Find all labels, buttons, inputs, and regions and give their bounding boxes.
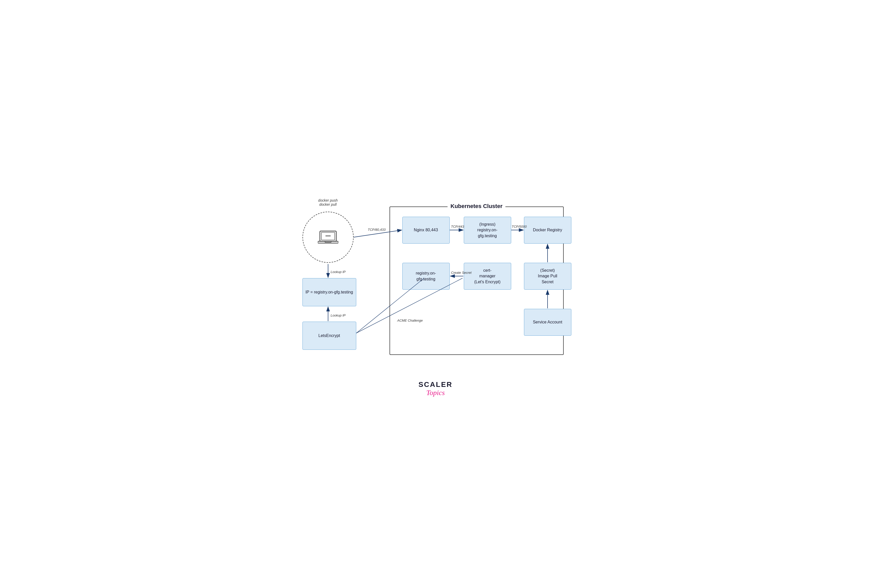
registry-dns-box: registry.on-gfg.testing — [403, 263, 450, 290]
docker-label-line1: docker push — [318, 198, 338, 202]
laptop-icon — [318, 230, 338, 245]
laptop-wrap: docker push docker pull — [302, 212, 354, 263]
ip-box-label: IP = registry.on-gfg.testing — [305, 290, 353, 295]
k8s-cluster-title: Kubernetes Cluster — [447, 203, 506, 210]
image-pull-secret-box: (Secret)Image PullSecret — [524, 263, 572, 290]
docker-registry-box: Docker Registry — [524, 217, 572, 243]
docker-label-line2: docker pull — [319, 202, 337, 206]
service-account-label: Service Account — [533, 319, 563, 325]
laptop-circle — [302, 212, 354, 263]
diagram-area: Kubernetes Cluster docker push docker pu… — [295, 191, 576, 370]
nginx-label: Nginx 80,443 — [414, 227, 438, 233]
svg-rect-4 — [325, 241, 331, 242]
service-account-box: Service Account — [524, 309, 572, 336]
logo-topics-text: Topics — [426, 389, 444, 397]
lookup-ip-label-1: Lookup IP — [331, 270, 346, 274]
logo-area: SCALER Topics — [295, 381, 576, 397]
tcp-80-433-label: TCP/80,433 — [368, 228, 386, 231]
ingress-label: (Ingress)registry.on-gfg.testing — [477, 222, 498, 239]
docker-registry-label: Docker Registry — [533, 227, 562, 233]
registry-dns-label: registry.on-gfg.testing — [416, 270, 436, 282]
letsencrypt-label: LetsEncrypt — [318, 333, 340, 339]
letsencrypt-box: LetsEncrypt — [302, 322, 356, 350]
ip-box: IP = registry.on-gfg.testing — [302, 278, 356, 306]
image-pull-secret-label: (Secret)Image PullSecret — [538, 268, 557, 285]
cert-manager-label: cert-manager(Let's Encrypt) — [474, 268, 501, 285]
nginx-box: Nginx 80,443 — [403, 217, 450, 243]
ingress-box: (Ingress)registry.on-gfg.testing — [464, 217, 511, 243]
logo-scaler-text: SCALER — [419, 381, 452, 389]
cert-manager-box: cert-manager(Let's Encrypt) — [464, 263, 511, 290]
lookup-ip-label-2: Lookup IP — [331, 313, 346, 317]
diagram-wrapper: Kubernetes Cluster docker push docker pu… — [295, 191, 576, 397]
